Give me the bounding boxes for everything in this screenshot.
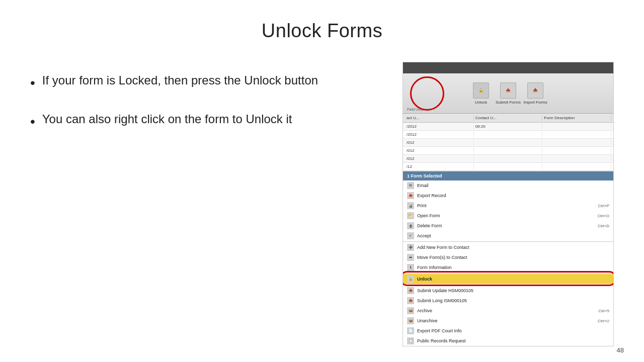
table-cell-2-2 [474, 132, 543, 137]
accept-icon: ✓ [407, 232, 414, 239]
table-cell-1-1: /2012 [405, 124, 474, 129]
table-cell-5-3 [542, 156, 611, 161]
unarchive-icon: 📦 [407, 317, 414, 324]
slide-title: Unlock Forms [30, 20, 614, 42]
table-cell-6-1: /12 [405, 164, 474, 169]
table-cell-3-3 [542, 140, 611, 145]
print-icon: 🖨 [407, 202, 414, 209]
context-menu-email[interactable]: ✉ Email [403, 180, 613, 191]
bullet-dot-1: • [30, 73, 35, 93]
context-menu: 1 Form Selected ✉ Email 📤 Export Record … [403, 171, 613, 346]
context-menu-delete-form[interactable]: 🗑 Delete Form Ctrl+D [403, 221, 613, 231]
submit-update-icon: 📤 [407, 287, 414, 294]
ribbon-toolbar: 🔓 Unlock 📤 Submit Forms 📥 Import Forms F… [403, 73, 613, 114]
context-menu-submit-update[interactable]: 📤 Submit Update HSM000105 [403, 286, 613, 296]
context-menu-unlock-wrapper: 🔓 Unlock [403, 274, 613, 284]
table-row-4[interactable]: /012 [403, 147, 613, 155]
context-menu-unlock[interactable]: 🔓 Unlock [403, 274, 613, 284]
context-menu-print[interactable]: 🖨 Print Ctrl+P [403, 201, 613, 211]
context-menu-archive[interactable]: 📦 Archive Ctrl+5 [403, 306, 613, 316]
table-row-2[interactable]: /2012 [403, 131, 613, 139]
context-open-form-label: Open Form [417, 213, 440, 218]
table-row-3[interactable]: /012 [403, 139, 613, 147]
unarchive-shortcut: Ctrl+U [598, 319, 609, 323]
context-menu-add-new-form[interactable]: ➕ Add New Form to Contact [403, 242, 613, 252]
context-public-records-label: Public Records Request [417, 338, 466, 343]
context-menu-export-record[interactable]: 📤 Export Record [403, 191, 613, 201]
table-cell-6-3 [542, 164, 611, 169]
context-separator-1 [403, 241, 613, 242]
submit-long-icon: 📤 [407, 297, 414, 304]
table-cell-4-3 [542, 148, 611, 153]
page-number: 48 [617, 346, 624, 354]
unlock-ribbon-icon: 🔓 [473, 82, 489, 99]
context-menu-unarchive[interactable]: 📦 Unarchive Ctrl+U [403, 316, 613, 326]
add-new-form-icon: ➕ [407, 244, 414, 251]
export-pdf-icon: 📄 [407, 327, 414, 334]
context-export-record-label: Export Record [417, 193, 446, 198]
email-icon: ✉ [407, 182, 414, 189]
field-units-label: Field Units [407, 108, 424, 111]
table-cell-5-2 [474, 156, 543, 161]
export-record-icon: 📤 [407, 192, 414, 199]
context-move-form-label: Move Form(s) to Contact [417, 255, 467, 260]
screenshot: 🔓 Unlock 📤 Submit Forms 📥 Import Forms F… [403, 62, 614, 346]
context-menu-open-form[interactable]: 📂 Open Form Ctrl+O [403, 211, 613, 221]
bullet-text-1: If your form is Locked, then press the U… [42, 72, 318, 89]
context-unlock-label: Unlock [417, 277, 432, 282]
unlock-context-icon: 🔓 [407, 276, 414, 283]
table-header: act U... Contact U... Form Description [403, 114, 613, 123]
public-records-icon: 📋 [407, 337, 414, 344]
context-separator-2 [403, 273, 613, 274]
content-area: • If your form is Locked, then press the… [30, 62, 614, 346]
table-cell-2-1: /2012 [405, 132, 474, 137]
table-cell-1-2: 09:20 [474, 124, 543, 129]
bullet-section: • If your form is Locked, then press the… [30, 62, 372, 149]
table-row-5[interactable]: /012 [403, 155, 613, 163]
image-section: 🔓 Unlock 📤 Submit Forms 📥 Import Forms F… [403, 62, 614, 346]
table-row-6[interactable]: /12 [403, 163, 613, 171]
context-menu-public-records[interactable]: 📋 Public Records Request [403, 336, 613, 346]
table-row-1[interactable]: /2012 09:20 [403, 123, 613, 131]
context-menu-accept[interactable]: ✓ Accept [403, 231, 613, 241]
open-form-icon: 📂 [407, 212, 414, 219]
table-cell-3-1: /012 [405, 140, 474, 145]
delete-form-icon: 🗑 [407, 222, 414, 229]
table-cell-2-3 [542, 132, 611, 137]
table-cell-3-2 [474, 140, 543, 145]
archive-icon: 📦 [407, 307, 414, 314]
context-separator-3 [403, 285, 613, 285]
context-menu-header: 1 Form Selected [403, 171, 613, 180]
form-info-icon: ℹ [407, 264, 414, 271]
table-cell-4-1: /012 [405, 148, 474, 153]
context-menu-export-pdf[interactable]: 📄 Export PDF Court Info [403, 326, 613, 336]
submit-ribbon-icon: 📤 [500, 82, 516, 99]
ribbon-submit-button[interactable]: 📤 Submit Forms [496, 82, 521, 105]
delete-form-shortcut: Ctrl+D [598, 224, 609, 228]
unlock-button-oval [410, 76, 444, 111]
table-cell-6-2 [474, 164, 543, 169]
context-email-label: Email [417, 183, 429, 188]
bullet-dot-2: • [30, 112, 35, 131]
archive-shortcut: Ctrl+5 [598, 309, 609, 313]
slide: Unlock Forms • If your form is Locked, t… [0, 0, 644, 362]
context-export-pdf-label: Export PDF Court Info [417, 328, 462, 333]
table-header-col1: act U... [405, 115, 474, 121]
context-submit-update-label: Submit Update HSM000105 [417, 288, 473, 293]
import-ribbon-icon: 📥 [527, 82, 543, 99]
table-cell-4-2 [474, 148, 543, 153]
context-menu-move-form[interactable]: ➡ Move Form(s) to Contact [403, 252, 613, 262]
context-print-label: Print [417, 203, 427, 208]
ribbon-import-button[interactable]: 📥 Import Forms [523, 82, 548, 105]
table-cell-1-3 [542, 124, 611, 129]
bullet-text-2: You can also right click on the form to … [42, 111, 292, 128]
ribbon-unlock-button[interactable]: 🔓 Unlock [468, 82, 494, 105]
context-menu-form-info[interactable]: ℹ Form Information [403, 262, 613, 273]
print-shortcut: Ctrl+P [598, 204, 609, 208]
context-unarchive-label: Unarchive [417, 318, 438, 323]
context-submit-long-label: Submit Long ISM000105 [417, 298, 467, 303]
table-header-col2: Contact U... [474, 115, 543, 121]
bullet-item-2: • You can also right click on the form t… [30, 111, 372, 131]
context-menu-submit-long[interactable]: 📤 Submit Long ISM000105 [403, 296, 613, 306]
open-form-shortcut: Ctrl+O [598, 214, 609, 218]
